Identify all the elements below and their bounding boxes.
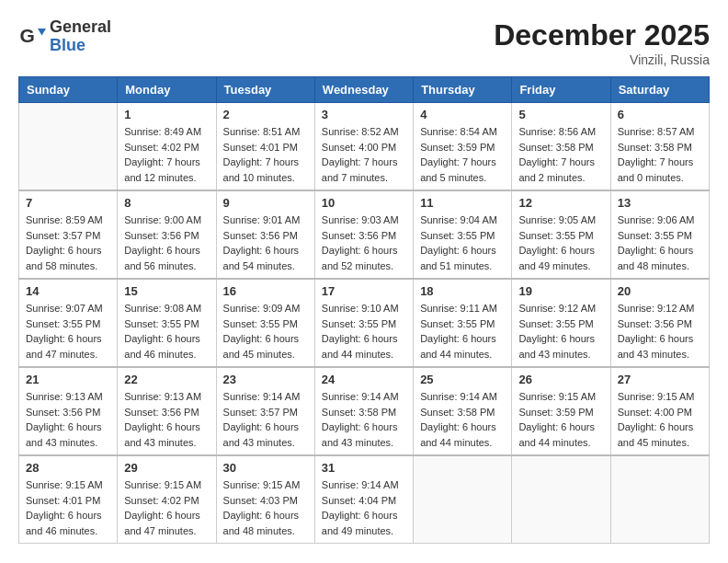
day-info-line: and 49 minutes. [322,523,406,539]
day-number: 21 [26,373,110,386]
day-info-line: Sunset: 3:55 PM [26,316,110,332]
calendar-day-cell: 28Sunrise: 9:15 AMSunset: 4:01 PMDayligh… [19,455,118,544]
day-number: 19 [518,284,603,298]
day-number: 27 [618,373,702,386]
weekday-header-wednesday: Wednesday [314,77,413,103]
calendar-day-cell: 18Sunrise: 9:11 AMSunset: 3:55 PMDayligh… [414,279,512,367]
day-info-line: Daylight: 6 hours [26,243,110,259]
day-info: Sunrise: 9:15 AMSunset: 3:59 PMDaylight:… [518,389,603,450]
calendar-day-cell: 19Sunrise: 9:12 AMSunset: 3:55 PMDayligh… [512,279,610,367]
day-info-line: and 44 minutes. [518,435,603,451]
day-info-line: Daylight: 6 hours [26,508,110,523]
day-number: 26 [518,373,603,386]
calendar-week-row: 28Sunrise: 9:15 AMSunset: 4:01 PMDayligh… [19,455,710,544]
day-info-line: Sunrise: 9:12 AM [618,301,702,316]
day-info-line: Sunrise: 9:08 AM [124,301,209,316]
day-info-line: Sunset: 4:02 PM [124,140,209,155]
day-info-line: Daylight: 6 hours [223,508,308,523]
day-number: 29 [124,461,209,475]
calendar-table: SundayMondayTuesdayWednesdayThursdayFrid… [18,76,710,544]
day-info-line: and 43 minutes. [223,435,308,451]
day-info-line: Sunset: 3:56 PM [618,316,702,332]
day-info-line: Sunrise: 9:15 AM [124,477,209,493]
calendar-day-cell: 24Sunrise: 9:14 AMSunset: 3:58 PMDayligh… [314,367,413,455]
day-info: Sunrise: 9:01 AMSunset: 3:56 PMDaylight:… [223,213,308,273]
svg-text:G: G [20,25,35,46]
day-info-line: and 56 minutes. [124,259,209,274]
day-number: 15 [124,284,209,298]
day-number: 22 [124,373,209,386]
day-info-line: Sunrise: 9:14 AM [322,477,406,493]
day-info: Sunrise: 9:07 AMSunset: 3:55 PMDaylight:… [26,301,110,362]
logo: G General Blue [18,18,111,55]
day-info: Sunrise: 9:15 AMSunset: 4:00 PMDaylight:… [618,389,702,450]
weekday-header-saturday: Saturday [610,77,709,103]
calendar-day-cell: 5Sunrise: 8:56 AMSunset: 3:58 PMDaylight… [512,103,610,191]
day-info-line: Daylight: 6 hours [124,419,209,435]
calendar-day-cell: 6Sunrise: 8:57 AMSunset: 3:58 PMDaylight… [610,103,709,191]
day-info-line: Daylight: 6 hours [420,331,505,347]
calendar-week-row: 14Sunrise: 9:07 AMSunset: 3:55 PMDayligh… [19,279,710,367]
day-info-line: Sunset: 4:00 PM [322,140,406,155]
day-info-line: Daylight: 6 hours [618,243,702,259]
day-info-line: and 2 minutes. [518,170,603,186]
day-info: Sunrise: 9:03 AMSunset: 3:56 PMDaylight:… [322,213,406,273]
day-info-line: Daylight: 7 hours [420,155,505,170]
calendar-day-cell: 12Sunrise: 9:05 AMSunset: 3:55 PMDayligh… [512,190,610,279]
day-number: 28 [26,461,110,475]
day-info: Sunrise: 8:57 AMSunset: 3:58 PMDaylight:… [618,124,702,185]
day-info-line: Sunrise: 9:00 AM [124,213,209,228]
day-info: Sunrise: 9:14 AMSunset: 3:58 PMDaylight:… [322,389,406,450]
day-info-line: Daylight: 6 hours [322,508,406,523]
day-info-line: Sunrise: 8:59 AM [26,213,110,228]
day-info-line: Sunrise: 8:54 AM [420,124,505,140]
day-info-line: and 10 minutes. [223,170,308,186]
calendar-day-cell: 11Sunrise: 9:04 AMSunset: 3:55 PMDayligh… [414,190,512,279]
day-number: 14 [26,284,110,298]
day-info-line: Daylight: 6 hours [124,331,209,347]
day-info-line: Sunset: 4:00 PM [618,405,702,420]
day-info: Sunrise: 9:13 AMSunset: 3:56 PMDaylight:… [26,389,110,450]
day-info-line: and 58 minutes. [26,259,110,274]
day-number: 16 [223,284,308,298]
day-number: 20 [618,284,702,298]
day-number: 18 [420,284,505,298]
calendar-day-cell: 31Sunrise: 9:14 AMSunset: 4:04 PMDayligh… [314,455,413,544]
day-number: 12 [518,196,603,210]
calendar-day-cell [610,455,709,544]
calendar-day-cell: 2Sunrise: 8:51 AMSunset: 4:01 PMDaylight… [216,103,314,191]
weekday-header-tuesday: Tuesday [216,77,314,103]
day-info-line: and 7 minutes. [322,170,406,186]
day-info-line: Sunrise: 9:01 AM [223,213,308,228]
calendar-day-cell: 27Sunrise: 9:15 AMSunset: 4:00 PMDayligh… [610,367,709,455]
day-info-line: Sunrise: 9:15 AM [518,389,603,405]
day-info-line: Sunrise: 9:05 AM [518,213,603,228]
title-block: December 2025 Vinzili, Russia [494,18,710,67]
day-info-line: Daylight: 6 hours [26,331,110,347]
day-info-line: Sunset: 3:56 PM [322,228,406,244]
day-info-line: Daylight: 6 hours [322,331,406,347]
day-info: Sunrise: 9:12 AMSunset: 3:56 PMDaylight:… [618,301,702,362]
day-info: Sunrise: 9:14 AMSunset: 4:04 PMDaylight:… [322,477,406,538]
day-info-line: Sunset: 3:58 PM [618,140,702,155]
day-info-line: Sunset: 3:55 PM [420,316,505,332]
day-info-line: Sunrise: 9:09 AM [223,301,308,316]
day-number: 24 [322,373,406,386]
day-number: 10 [322,196,406,210]
calendar-day-cell: 26Sunrise: 9:15 AMSunset: 3:59 PMDayligh… [512,367,610,455]
day-info-line: and 51 minutes. [420,259,505,274]
weekday-header-friday: Friday [512,77,610,103]
day-info-line: Daylight: 7 hours [223,155,308,170]
logo-blue-text: Blue [50,37,111,55]
day-info-line: and 48 minutes. [618,259,702,274]
calendar-day-cell: 8Sunrise: 9:00 AMSunset: 3:56 PMDaylight… [118,190,216,279]
day-info-line: Sunset: 3:59 PM [518,405,603,420]
day-number: 31 [322,461,406,475]
day-info-line: and 49 minutes. [518,259,603,274]
month-title: December 2025 [494,18,710,52]
day-info: Sunrise: 9:06 AMSunset: 3:55 PMDaylight:… [618,213,702,273]
day-info-line: Daylight: 6 hours [124,243,209,259]
day-number: 4 [420,108,505,121]
day-info-line: Daylight: 7 hours [618,155,702,170]
day-number: 1 [124,108,209,121]
